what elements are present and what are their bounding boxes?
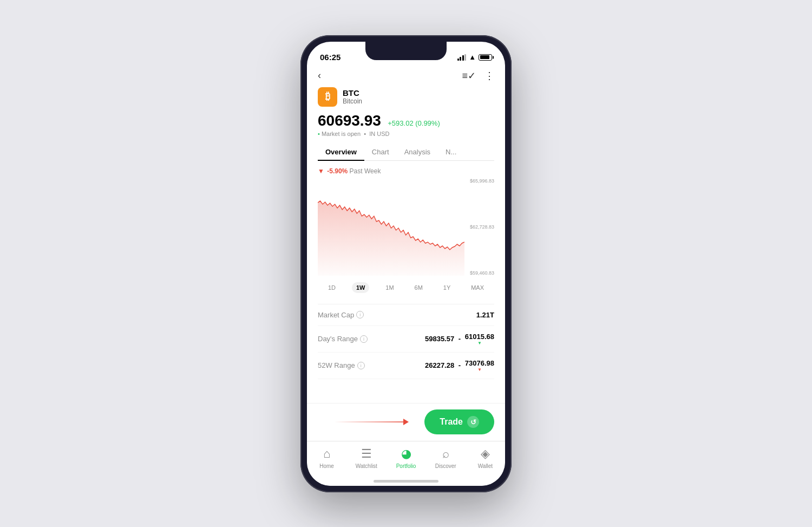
- chart-svg-area: [318, 178, 464, 276]
- market-cap-value: 1.21T: [476, 311, 494, 319]
- days-range-low: 59835.57: [425, 335, 454, 343]
- watchlist-nav-label: Watchlist: [356, 463, 377, 469]
- discover-nav-icon: ⌕: [442, 447, 449, 461]
- stat-row-days-range: Day's Range i 59835.57 - 61015.68 ▼: [318, 326, 494, 353]
- 52w-range-high-wrap: 73076.98 ▼: [465, 359, 494, 372]
- tabs: Overview Chart Analysis N...: [318, 144, 494, 161]
- tab-overview[interactable]: Overview: [318, 144, 364, 160]
- bottom-nav: ⌂ Home ☰ Watchlist ◕ Portfolio ⌕ Discove…: [307, 441, 505, 486]
- trade-button-label: Trade: [440, 417, 463, 427]
- days-range-label: Day's Range i: [318, 335, 368, 343]
- chart-change-label: ▼ -5.90% Past Week: [318, 167, 494, 175]
- nav-wallet[interactable]: ◈ Wallet: [466, 447, 505, 469]
- days-range-high-wrap: 61015.68 ▼: [465, 333, 494, 346]
- stat-row-52w-range: 52W Range i 26227.28 - 73076.98 ▼: [318, 353, 494, 379]
- 52w-range-high: 73076.98: [465, 359, 494, 367]
- chart-y-labels: $65,996.83 $62,728.83 $59,460.83: [470, 178, 494, 276]
- coin-info: BTC Bitcoin: [343, 88, 362, 105]
- chart-y-label-mid: $62,728.83: [470, 224, 494, 230]
- market-dot: •: [318, 131, 320, 137]
- time-range: 1D 1W 1M 6M 1Y MAX: [318, 280, 494, 295]
- 52w-range-info-icon[interactable]: i: [357, 362, 365, 369]
- stat-row-market-cap: Market Cap i 1.21T: [318, 304, 494, 326]
- 52w-range-low: 26227.28: [425, 361, 454, 369]
- watchlist-icon[interactable]: ≡✓: [462, 70, 476, 82]
- app-content: ‹ ≡✓ ⋮ ₿ BTC Bitcoin 60693.93: [307, 66, 505, 441]
- nav-home[interactable]: ⌂ Home: [307, 447, 346, 469]
- red-arrow-line: [334, 421, 404, 422]
- portfolio-nav-label: Portfolio: [396, 463, 416, 469]
- tab-news[interactable]: N...: [438, 144, 464, 160]
- days-range-info-icon[interactable]: i: [360, 335, 368, 343]
- time-btn-max[interactable]: MAX: [467, 282, 488, 293]
- market-cap-label: Market Cap i: [318, 311, 364, 319]
- discover-nav-label: Discover: [435, 463, 456, 469]
- chart-change-percent: -5.90%: [327, 167, 348, 175]
- nav-watchlist[interactable]: ☰ Watchlist: [346, 447, 386, 469]
- home-nav-icon: ⌂: [323, 447, 330, 461]
- wallet-nav-icon: ◈: [481, 447, 490, 461]
- trade-button-icon: ↺: [467, 416, 479, 428]
- chart-container: $65,996.83 $62,728.83 $59,460.83: [318, 178, 494, 276]
- market-status: • Market is open • IN USD: [318, 131, 494, 137]
- days-range-high: 61015.68: [465, 333, 494, 341]
- range-up-arrow: ▼: [477, 341, 482, 346]
- 52w-range-label: 52W Range i: [318, 361, 365, 369]
- more-menu-icon[interactable]: ⋮: [484, 70, 494, 82]
- stats-section: Market Cap i 1.21T Day's Range i 59835.5…: [318, 304, 494, 379]
- red-arrow-head: [403, 419, 409, 425]
- range-down-arrow: ▼: [477, 367, 482, 372]
- wifi-icon: ▲: [469, 53, 476, 61]
- arrow-indicator: [334, 421, 404, 422]
- price-change: +593.02 (0.99%): [388, 119, 440, 127]
- status-time: 06:25: [320, 53, 340, 62]
- home-nav-label: Home: [319, 463, 334, 469]
- back-button[interactable]: ‹: [318, 70, 321, 81]
- time-btn-1y[interactable]: 1Y: [439, 282, 455, 293]
- time-btn-1m[interactable]: 1M: [381, 282, 398, 293]
- coin-header: ₿ BTC Bitcoin: [318, 87, 494, 107]
- days-range-value: 59835.57 - 61015.68 ▼: [425, 333, 494, 346]
- nav-discover[interactable]: ⌕ Discover: [426, 447, 466, 469]
- price-row: 60693.93 +593.02 (0.99%): [318, 112, 494, 129]
- coin-logo-symbol: ₿: [325, 91, 330, 102]
- chart-y-label-high: $65,996.83: [470, 178, 494, 184]
- battery-icon: [479, 54, 492, 61]
- trade-bar: Trade ↺: [307, 403, 505, 441]
- main-price: 60693.93: [318, 112, 381, 129]
- coin-logo: ₿: [318, 87, 337, 107]
- time-btn-1d[interactable]: 1D: [324, 282, 340, 293]
- tab-analysis[interactable]: Analysis: [397, 144, 438, 160]
- phone-notch: [365, 42, 447, 60]
- phone-screen: 06:25 ▲ ‹ ≡✓ ⋮: [307, 42, 505, 486]
- header-actions: ≡✓ ⋮: [462, 70, 494, 82]
- time-btn-1w[interactable]: 1W: [352, 282, 370, 293]
- phone-frame: 06:25 ▲ ‹ ≡✓ ⋮: [300, 35, 512, 492]
- chart-y-label-low: $59,460.83: [470, 270, 494, 276]
- down-arrow-icon: ▼: [318, 167, 324, 175]
- coin-name: Bitcoin: [343, 97, 362, 105]
- tab-chart[interactable]: Chart: [364, 144, 397, 160]
- coin-symbol: BTC: [343, 88, 362, 97]
- signal-icon: [457, 54, 467, 61]
- price-section: 60693.93 +593.02 (0.99%) • Market is ope…: [318, 112, 494, 137]
- time-btn-6m[interactable]: 6M: [410, 282, 427, 293]
- portfolio-nav-icon: ◕: [401, 447, 411, 461]
- header-nav: ‹ ≡✓ ⋮: [318, 66, 494, 87]
- market-cap-info-icon[interactable]: i: [356, 311, 364, 318]
- nav-portfolio[interactable]: ◕ Portfolio: [386, 447, 425, 469]
- chart-section: ▼ -5.90% Past Week $65,996.83 $62,728.83…: [318, 167, 494, 295]
- status-icons: ▲: [457, 53, 492, 61]
- home-indicator: [374, 480, 438, 483]
- watchlist-nav-icon: ☰: [361, 447, 372, 461]
- wallet-nav-label: Wallet: [478, 463, 493, 469]
- 52w-range-value: 26227.28 - 73076.98 ▼: [425, 359, 494, 372]
- trade-button[interactable]: Trade ↺: [424, 409, 494, 434]
- chart-change-period: Past Week: [350, 167, 381, 175]
